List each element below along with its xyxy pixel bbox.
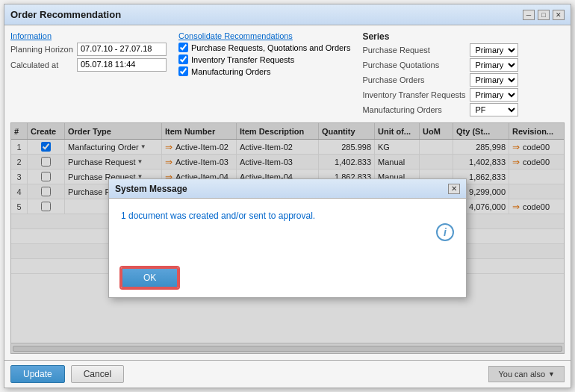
dialog-footer: OK — [109, 261, 466, 297]
consolidate-option-1: Purchase Requests, Quotations and Orders — [178, 43, 350, 52]
dialog-overlay: System Message ✕ 1 document was created … — [11, 123, 564, 353]
restore-button[interactable]: □ — [538, 10, 550, 20]
system-message-dialog: System Message ✕ 1 document was created … — [108, 178, 467, 298]
series-label-2: Purchase Quotations — [362, 60, 467, 69]
window-title: Order Recommendation — [10, 9, 121, 20]
planning-horizon-row: Planning Horizon 07.07.10 - 27.07.18 — [10, 43, 167, 56]
dialog-message: 1 document was created and/or sent to ap… — [121, 211, 427, 221]
title-bar: Order Recommendation ─ □ ✕ — [4, 4, 571, 25]
window-controls: ─ □ ✕ — [523, 10, 565, 20]
ok-button[interactable]: OK — [121, 267, 178, 288]
information-section: Information Planning Horizon 07.07.10 - … — [10, 31, 167, 116]
cancel-button[interactable]: Cancel — [71, 365, 124, 383]
footer-bar: Update Cancel You can also ▼ — [4, 360, 571, 388]
series-select-2[interactable]: Primary — [470, 58, 518, 72]
series-row-1: Purchase Request Primary — [362, 43, 518, 57]
minimize-button[interactable]: ─ — [523, 10, 535, 20]
series-label-3: Purchase Orders — [362, 75, 467, 84]
dialog-close-button[interactable]: ✕ — [448, 184, 460, 194]
consolidate-checkbox-2[interactable] — [178, 55, 188, 64]
order-table: # Create Order Type Item Number Item Des… — [10, 122, 565, 354]
series-row-5: Manufacturing Orders PF — [362, 103, 518, 116]
dialog-title: System Message — [115, 184, 187, 194]
consolidate-label-3: Manufacturing Orders — [191, 67, 270, 76]
series-row-2: Purchase Quotations Primary — [362, 58, 518, 72]
you-can-also-button[interactable]: You can also ▼ — [488, 366, 565, 382]
planning-horizon-label: Planning Horizon — [10, 45, 74, 54]
information-link[interactable]: Information — [10, 31, 167, 40]
series-label-4: Inventory Transfer Requests — [362, 90, 467, 99]
main-window: Order Recommendation ─ □ ✕ Information P… — [4, 4, 571, 388]
planning-horizon-value: 07.07.10 - 27.07.18 — [77, 43, 167, 56]
series-select-1[interactable]: Primary — [470, 43, 518, 57]
calculated-at-label: Calculated at — [10, 60, 74, 69]
info-icon: i — [436, 223, 454, 241]
series-row-4: Inventory Transfer Requests Primary — [362, 88, 518, 102]
consolidate-label-1: Purchase Requests, Quotations and Orders — [191, 43, 350, 52]
calculated-at-row: Calculated at 05.07.18 11:44 — [10, 58, 167, 72]
consolidate-link[interactable]: Consolidate Recommendations — [178, 31, 350, 40]
series-select-3[interactable]: Primary — [470, 73, 518, 87]
consolidate-checkbox-1[interactable] — [178, 43, 188, 52]
dialog-body: 1 document was created and/or sent to ap… — [109, 199, 466, 261]
series-label-1: Purchase Request — [362, 46, 467, 55]
series-select-4[interactable]: Primary — [470, 88, 518, 102]
consolidate-checkbox-3[interactable] — [178, 66, 188, 76]
consolidate-option-3: Manufacturing Orders — [178, 66, 350, 76]
content-area: Information Planning Horizon 07.07.10 - … — [4, 25, 571, 360]
calculated-at-value: 05.07.18 11:44 — [77, 58, 167, 72]
you-can-also-label: You can also — [498, 370, 545, 379]
series-label-5: Manufacturing Orders — [362, 105, 467, 114]
consolidate-option-2: Inventory Transfer Requests — [178, 55, 350, 64]
close-button[interactable]: ✕ — [553, 10, 565, 20]
series-select-5[interactable]: PF — [470, 103, 518, 116]
consolidate-label-2: Inventory Transfer Requests — [191, 55, 294, 64]
update-button[interactable]: Update — [10, 365, 65, 383]
info-panel: Information Planning Horizon 07.07.10 - … — [10, 31, 565, 116]
series-title: Series — [362, 31, 518, 42]
series-section: Series Purchase Request Primary Purchase… — [362, 31, 518, 116]
series-row-3: Purchase Orders Primary — [362, 73, 518, 87]
you-can-also-arrow-icon: ▼ — [548, 370, 555, 378]
consolidate-section: Consolidate Recommendations Purchase Req… — [178, 31, 350, 116]
dialog-title-bar: System Message ✕ — [109, 179, 466, 199]
